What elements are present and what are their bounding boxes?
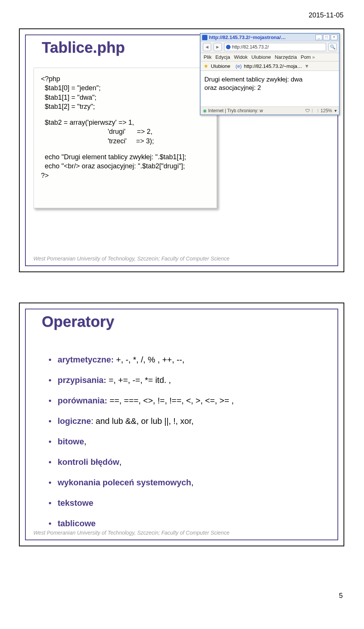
page-number: 5 xyxy=(19,592,343,600)
favorites-label[interactable]: Ulubione xyxy=(211,63,230,69)
browser-titlebar: http://82.145.73.2/~mojastrona/… _ □ × xyxy=(201,34,339,41)
url-input[interactable]: http://82.145.73.2/ xyxy=(224,43,326,51)
status-text: Internet | Tryb chroniony: w xyxy=(208,108,263,113)
star-icon: ★ xyxy=(204,63,209,69)
menu-narzedzia[interactable]: Narzędzia xyxy=(275,54,297,60)
browser-menu: Plik Edycja Widok Ulubione Narzędzia Pom xyxy=(201,53,339,61)
bullet-rest: +, -, *, /, % , ++, --, xyxy=(114,355,184,364)
minimize-button[interactable]: _ xyxy=(315,35,322,40)
content-line: Drugi element tablicy zwykłej: dwa xyxy=(204,75,335,84)
bullet-label: przypisania: xyxy=(58,375,106,385)
bullet-label: arytmetyczne: xyxy=(58,355,114,364)
bullet-rest: =, +=, -=, *= itd. , xyxy=(106,375,171,385)
bullet-label: kontroli błędów xyxy=(58,457,119,467)
list-item: arytmetyczne: +, -, *, /, % , ++, --, xyxy=(49,355,322,365)
slide-inner: Tablice.php <?php $tab1[0] = "jeden"; $t… xyxy=(25,35,338,266)
code-line: echo "Drugi element tablicy zwykłej: ".$… xyxy=(41,152,210,162)
status-bar: ◉ Internet | Tryb chroniony: w 🛡 125% ▾ xyxy=(201,107,339,115)
code-box: <?php $tab1[0] = "jeden"; $tab1[1] = "dw… xyxy=(33,67,217,209)
menu-widok[interactable]: Widok xyxy=(234,54,248,60)
browser-window: http://82.145.73.2/~mojastrona/… _ □ × ◄… xyxy=(200,33,340,115)
favorite-link[interactable]: http://82.145.73.2/~moja… xyxy=(244,63,302,69)
slide-footer: West Pomeranian University of Technology… xyxy=(33,530,229,536)
code-line: $tab1[0] = "jeden"; xyxy=(41,83,210,93)
code-line: 'trzeci' => 3); xyxy=(41,136,210,146)
search-button[interactable]: 🔍 xyxy=(328,43,337,51)
chevron-down-icon[interactable]: ▼ xyxy=(304,63,309,69)
code-line: $tab2 = array('pierwszy' => 1, xyxy=(41,118,210,127)
bullet-label: wykonania poleceń systemowych xyxy=(58,478,191,487)
close-button[interactable]: × xyxy=(331,35,337,40)
bullet-rest: , xyxy=(191,478,193,487)
chevron-down-icon[interactable]: ▾ xyxy=(334,108,337,113)
ie-icon: (e) xyxy=(235,63,242,69)
bullet-rest: : and lub &&, or lub ||, !, xor, xyxy=(91,416,194,426)
slide2-title: Operatory xyxy=(42,313,114,330)
bullet-label: logiczne xyxy=(58,416,91,426)
menu-edycja[interactable]: Edycja xyxy=(215,54,230,60)
browser-content: Drugi element tablicy zwykłej: dwa oraz … xyxy=(201,71,339,107)
slide-tablice: Tablice.php <?php $tab1[0] = "jeden"; $t… xyxy=(19,28,344,272)
forward-button[interactable]: ► xyxy=(213,43,222,51)
maximize-button[interactable]: □ xyxy=(323,35,330,40)
back-button[interactable]: ◄ xyxy=(203,43,211,51)
list-item: bitowe, xyxy=(49,437,322,447)
blank-line xyxy=(41,146,210,152)
list-item: tekstowe xyxy=(49,498,322,508)
code-line: 'drugi' => 2, xyxy=(41,127,210,136)
slide-inner: Operatory arytmetyczne: +, -, *, /, % , … xyxy=(25,309,338,540)
zoom-slider[interactable] xyxy=(312,109,318,113)
page-date: 2015-11-05 xyxy=(19,11,344,19)
code-line: <?php xyxy=(41,74,210,83)
favicon-icon xyxy=(202,35,207,40)
menu-pomoc[interactable]: Pom xyxy=(301,54,315,60)
code-line: $tab1[1] = "dwa"; xyxy=(41,93,210,102)
ie-icon xyxy=(226,45,231,49)
address-bar: ◄ ► http://82.145.73.2/ 🔍 xyxy=(201,41,339,53)
bullet-label: tablicowe xyxy=(58,519,96,528)
list-item: wykonania poleceń systemowych, xyxy=(49,478,322,488)
title-url: http://82.145.73.2/~mojastrona/… xyxy=(209,35,314,40)
bullet-rest: , xyxy=(119,457,122,467)
zoom-level[interactable]: 125% xyxy=(320,108,332,113)
bullet-label: bitowe xyxy=(58,437,84,446)
favorites-bar: ★ Ulubione (e) http://82.145.73.2/~moja…… xyxy=(201,61,339,71)
list-item: porównania: ==, ===, <>, !=, !==, <, >, … xyxy=(49,396,322,406)
bullet-list: arytmetyczne: +, -, *, /, % , ++, --, pr… xyxy=(49,355,322,539)
bullet-rest: ==, ===, <>, !=, !==, <, >, <=, >= , xyxy=(107,396,234,405)
code-line: $tab1[2] = "trzy"; xyxy=(41,102,210,111)
bullet-label: tekstowe xyxy=(58,498,93,508)
slide-footer: West Pomeranian University of Technology… xyxy=(33,256,229,262)
bullet-rest: , xyxy=(84,437,86,446)
menu-plik[interactable]: Plik xyxy=(204,54,212,60)
list-item: przypisania: =, +=, -=, *= itd. , xyxy=(49,375,322,385)
menu-ulubione[interactable]: Ulubione xyxy=(251,54,271,60)
code-line: echo "<br/> oraz asocjacyjnej: ".$tab2["… xyxy=(41,162,210,171)
shield-icon: ◉ xyxy=(203,108,207,113)
url-text: http://82.145.73.2/ xyxy=(232,44,269,50)
bullet-label: porównania: xyxy=(58,396,107,405)
slide-operatory: Operatory arytmetyczne: +, -, *, /, % , … xyxy=(19,303,344,546)
list-item: kontroli błędów, xyxy=(49,457,322,467)
list-item: logiczne: and lub &&, or lub ||, !, xor, xyxy=(49,416,322,426)
slide1-title: Tablice.php xyxy=(42,39,125,56)
blank-line xyxy=(41,111,210,118)
content-line: oraz asocjacyjnej: 2 xyxy=(204,84,335,92)
list-item: tablicowe xyxy=(49,519,322,529)
protected-mode-icon: 🛡 xyxy=(305,108,310,113)
code-line: ?> xyxy=(41,171,210,180)
